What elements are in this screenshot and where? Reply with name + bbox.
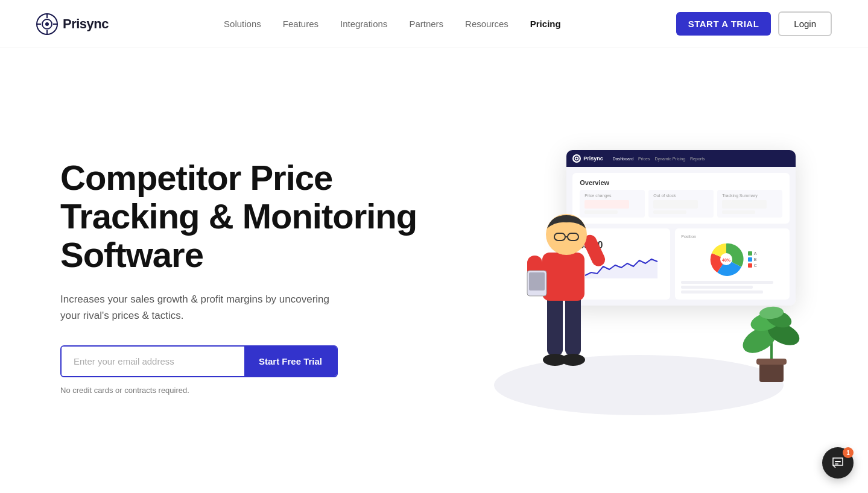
db-brand: Prisync [583, 155, 603, 162]
db-nav: Dashboard Prices Dynamic Pricing Reports [613, 157, 705, 161]
logo-text: Prisync [63, 16, 109, 32]
hero-section: Competitor Price Tracking & Monitoring S… [0, 48, 868, 493]
db-position-widget: Position [675, 228, 790, 300]
nav-features[interactable]: Features [283, 19, 318, 29]
svg-point-2 [45, 22, 49, 26]
db-card-tracking: Tracking Summary [717, 190, 782, 218]
db-card-out-of-stock: Out of stock [648, 190, 714, 218]
db-nav-reports: Reports [690, 157, 705, 161]
chat-badge: 1 [843, 447, 854, 458]
person-illustration [500, 174, 621, 379]
svg-point-21 [561, 354, 585, 366]
svg-rect-11 [547, 295, 563, 355]
main-nav: Solutions Features Integrations Partners… [224, 19, 561, 29]
start-free-trial-button[interactable]: Start Free Trial [244, 347, 337, 376]
svg-rect-12 [565, 295, 581, 355]
nav-resources[interactable]: Resources [465, 19, 508, 29]
illustration: Prisync Dashboard Prices Dynamic Pricing… [482, 138, 796, 415]
start-trial-button[interactable]: START A TRIAL [676, 12, 771, 36]
db-card-label-2: Tracking Summary [722, 193, 778, 198]
header-actions: START A TRIAL Login [676, 11, 832, 36]
nav-solutions[interactable]: Solutions [224, 19, 261, 29]
login-button[interactable]: Login [778, 11, 832, 36]
dashboard-header: Prisync Dashboard Prices Dynamic Pricing… [566, 150, 796, 167]
hero-left: Competitor Price Tracking & Monitoring S… [60, 159, 422, 395]
db-nav-prices: Prices [638, 157, 650, 161]
nav-integrations[interactable]: Integrations [340, 19, 387, 29]
pie-chart: 40% A B C [681, 241, 784, 277]
nav-pricing[interactable]: Pricing [530, 19, 561, 29]
nav-partners[interactable]: Partners [409, 19, 443, 29]
plant-illustration [741, 301, 802, 385]
svg-text:40%: 40% [722, 258, 731, 262]
header: Prisync Solutions Features Integrations … [0, 0, 868, 48]
svg-rect-25 [756, 359, 787, 365]
hero-title: Competitor Price Tracking & Monitoring S… [60, 159, 422, 274]
db-nav-dashboard: Dashboard [613, 157, 633, 161]
db-logo: Prisync [572, 154, 603, 163]
hero-subtitle: Increases your sales growth & profit mar… [60, 291, 338, 324]
hero-right: Prisync Dashboard Prices Dynamic Pricing… [446, 138, 832, 415]
logo[interactable]: Prisync [36, 13, 109, 35]
email-form: Start Free Trial [60, 345, 338, 377]
no-credit-text: No credit cards or contracts required. [60, 386, 422, 395]
svg-point-8 [576, 158, 578, 160]
svg-rect-23 [529, 272, 545, 290]
svg-rect-33 [835, 463, 838, 465]
db-nav-dynamic: Dynamic Pricing [654, 157, 685, 161]
chat-icon [831, 456, 845, 470]
svg-rect-32 [835, 461, 841, 462]
db-logo-dot [572, 154, 581, 163]
chat-button[interactable]: 1 [822, 447, 854, 479]
db-card-label-1: Out of stock [653, 193, 709, 198]
svg-rect-13 [542, 253, 584, 301]
position-label: Position [681, 234, 784, 239]
email-input[interactable] [62, 347, 244, 376]
